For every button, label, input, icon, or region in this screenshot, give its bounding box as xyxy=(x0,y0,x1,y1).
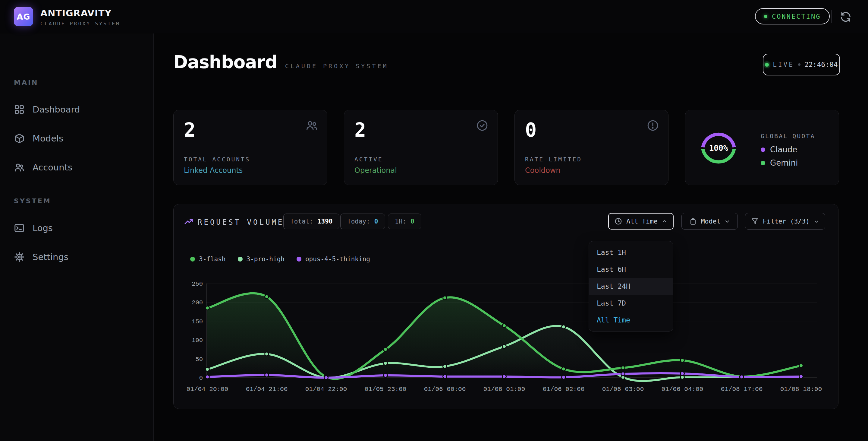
funnel-icon xyxy=(751,217,759,225)
live-dot xyxy=(765,63,769,67)
menu-item-last-1h[interactable]: Last 1H xyxy=(589,244,673,261)
app-logo: AG xyxy=(14,7,33,26)
svg-text:100: 100 xyxy=(192,337,203,344)
svg-text:01/08 18:00: 01/08 18:00 xyxy=(780,386,822,393)
button-label: All Time xyxy=(626,217,658,225)
stat-label: RATE LIMITED xyxy=(525,156,582,163)
legend-item-3-flash[interactable]: 3-flash xyxy=(190,256,226,263)
menu-item-last-7d[interactable]: Last 7D xyxy=(589,295,673,312)
provider-name: Claude xyxy=(770,145,797,154)
legend-item-opus[interactable]: opus-4-5-thinking xyxy=(297,256,370,263)
quota-ring: 100% xyxy=(700,129,737,167)
series-dot xyxy=(297,257,301,262)
svg-text:50: 50 xyxy=(195,356,203,363)
sidebar-item-label: Settings xyxy=(33,252,68,262)
svg-text:01/06 02:00: 01/06 02:00 xyxy=(543,386,585,393)
svg-text:01/06 00:00: 01/06 00:00 xyxy=(424,386,466,393)
model-dropdown-button[interactable]: Model xyxy=(681,213,738,230)
grid-icon xyxy=(14,104,25,115)
live-status-badge: LIVE 22:46:04 xyxy=(763,54,840,76)
gemini-dot xyxy=(761,161,765,165)
chip-label: 1H: xyxy=(395,218,406,225)
chip-label: Total: xyxy=(290,218,313,225)
svg-text:01/06 03:00: 01/06 03:00 xyxy=(602,386,644,393)
stat-label: ACTIVE xyxy=(354,156,383,163)
top-bar: AG ANTIGRAVITY CLAUDE PROXY SYSTEM CONNE… xyxy=(0,0,868,33)
brand: ANTIGRAVITY CLAUDE PROXY SYSTEM xyxy=(40,8,120,27)
brand-subtitle: CLAUDE PROXY SYSTEM xyxy=(40,21,120,27)
total-chip: Total: 1390 xyxy=(283,213,339,229)
svg-text:01/04 21:00: 01/04 21:00 xyxy=(246,386,288,393)
sync-icon xyxy=(840,11,852,23)
series-dot xyxy=(190,257,195,262)
chevron-down-icon xyxy=(724,218,730,225)
sidebar-item-models[interactable]: Models xyxy=(0,124,154,153)
button-label: Model xyxy=(701,217,721,225)
trending-up-icon xyxy=(184,217,193,227)
menu-item-all-time[interactable]: All Time xyxy=(589,312,673,328)
stat-sublabel: Linked Accounts xyxy=(184,166,243,175)
svg-text:200: 200 xyxy=(192,299,203,306)
svg-text:01/04 20:00: 01/04 20:00 xyxy=(187,386,228,393)
chip-value: 1390 xyxy=(317,218,333,225)
users-icon xyxy=(305,119,318,132)
svg-text:01/05 23:00: 01/05 23:00 xyxy=(365,386,407,393)
quota-provider-claude: Claude xyxy=(761,145,797,154)
sidebar-item-label: Logs xyxy=(33,223,53,233)
sidebar-section-main: MAIN xyxy=(14,79,38,86)
menu-item-last-6h[interactable]: Last 6H xyxy=(589,261,673,278)
gear-icon xyxy=(14,252,25,262)
refresh-button[interactable] xyxy=(840,11,852,23)
filter-dropdown-button[interactable]: Filter (3/3) xyxy=(745,213,825,230)
series-name: 3-flash xyxy=(199,256,226,263)
connection-status-dot xyxy=(764,15,767,18)
svg-text:150: 150 xyxy=(192,318,203,325)
panel-title: REQUEST VOLUME xyxy=(198,218,284,227)
stat-card-global-quota: 100% GLOBAL QUOTA Claude Gemini xyxy=(685,110,839,185)
claude-dot xyxy=(761,147,765,152)
sidebar-item-logs[interactable]: Logs xyxy=(0,213,154,242)
stat-sublabel: Cooldown xyxy=(525,166,561,175)
sidebar-item-accounts[interactable]: Accounts xyxy=(0,153,154,182)
alert-circle-icon xyxy=(647,119,659,132)
stat-value: 0 xyxy=(525,120,537,140)
users-icon xyxy=(14,162,25,173)
svg-text:01/06 04:00: 01/06 04:00 xyxy=(661,386,704,393)
terminal-icon xyxy=(14,223,25,233)
series-dot xyxy=(238,257,243,262)
sidebar-item-label: Accounts xyxy=(33,162,72,173)
time-range-menu: Last 1H Last 6H Last 24H Last 7D All Tim… xyxy=(589,241,673,331)
page-header: Dashboard CLAUDE PROXY SYSTEM xyxy=(173,52,389,72)
live-separator-dot xyxy=(798,63,801,66)
app-logo-text: AG xyxy=(17,12,30,22)
legend-item-3-pro-high[interactable]: 3-pro-high xyxy=(238,256,284,263)
sidebar-item-settings[interactable]: Settings xyxy=(0,242,154,271)
series-name: 3-pro-high xyxy=(247,256,284,263)
menu-item-last-24h[interactable]: Last 24H xyxy=(589,278,673,295)
cube-icon xyxy=(14,133,25,144)
today-chip: Today: 0 xyxy=(340,213,385,229)
sidebar-section-system: SYSTEM xyxy=(14,197,51,205)
stat-value: 2 xyxy=(184,120,195,140)
page-title: Dashboard xyxy=(173,52,277,72)
topbar-divider xyxy=(831,10,832,23)
sidebar-item-label: Dashboard xyxy=(33,105,80,115)
time-range-dropdown-button[interactable]: All Time xyxy=(608,213,674,230)
sidebar-item-dashboard[interactable]: Dashboard xyxy=(0,95,154,124)
svg-text:01/04 22:00: 01/04 22:00 xyxy=(305,386,347,393)
svg-text:01/06 01:00: 01/06 01:00 xyxy=(484,386,525,393)
series-name: opus-4-5-thinking xyxy=(305,256,370,263)
live-label: LIVE xyxy=(773,61,794,68)
quota-provider-gemini: Gemini xyxy=(761,158,798,168)
chip-label: Today: xyxy=(347,218,370,225)
hour-chip: 1H: 0 xyxy=(388,213,421,229)
request-volume-chart[interactable]: 05010015020025001/04 20:0001/04 21:0001/… xyxy=(187,278,826,399)
request-volume-panel: REQUEST VOLUME Total: 1390 Today: 0 1H: … xyxy=(173,204,838,409)
svg-text:250: 250 xyxy=(192,281,203,288)
box-icon xyxy=(689,217,697,225)
page-subtitle: CLAUDE PROXY SYSTEM xyxy=(285,62,389,70)
quota-title: GLOBAL QUOTA xyxy=(761,133,815,140)
clock-value: 22:46:04 xyxy=(804,61,838,68)
connection-status-text: CONNECTING xyxy=(772,13,821,20)
button-label: Filter (3/3) xyxy=(763,217,809,225)
